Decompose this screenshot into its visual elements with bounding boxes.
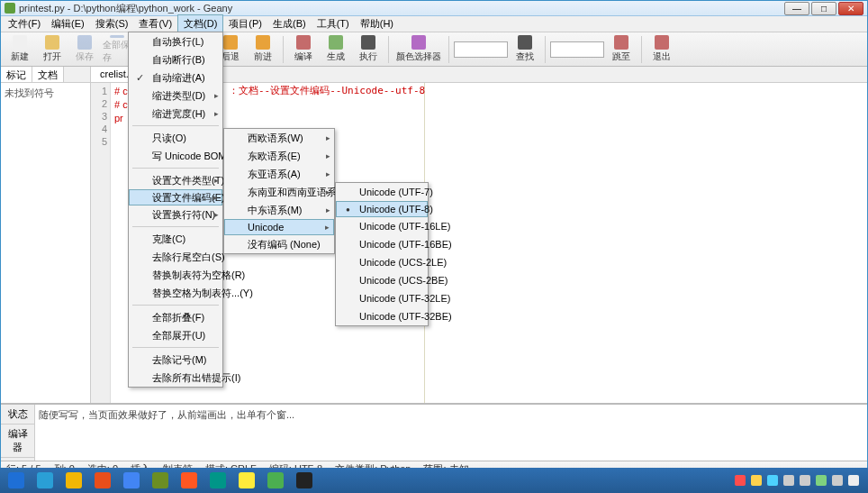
编译-icon <box>296 35 311 50</box>
toolbar-label: 生成 <box>327 50 345 63</box>
tray-icon[interactable] <box>848 475 859 486</box>
menu-item[interactable]: Unicode (UTF-8) <box>336 201 428 217</box>
taskbar-app-icon[interactable] <box>148 470 173 490</box>
menu-7[interactable]: 工具(T) <box>312 15 355 32</box>
tray-icon[interactable] <box>783 475 794 486</box>
sidebar-tab-文档[interactable]: 文档 <box>32 67 64 82</box>
toolbar-退出[interactable]: 退出 <box>646 34 677 65</box>
menu-item[interactable]: Unicode (UTF-16LE) <box>336 217 428 235</box>
menu-item[interactable]: 中东语系(M) <box>224 201 334 219</box>
menu-item[interactable]: Unicode (UTF-7) <box>336 183 428 201</box>
menu-item[interactable]: 缩进宽度(H) <box>129 105 222 123</box>
menu-unicode[interactable]: Unicode (UTF-7)Unicode (UTF-8)Unicode (U… <box>335 182 429 326</box>
menu-item[interactable]: 全部展开(U) <box>129 326 222 344</box>
toolbar-label: 保存 <box>76 50 94 63</box>
taskbar-app-icon[interactable] <box>90 470 115 490</box>
close-button[interactable]: ✕ <box>838 2 863 15</box>
sidebar-tabs[interactable]: 标记文档 <box>1 67 90 83</box>
menu-item[interactable]: 去除所有出错提示(I) <box>129 369 222 387</box>
taskbar-app-icon[interactable] <box>119 470 144 490</box>
menu-item[interactable]: 西欧语系(W) <box>224 129 334 147</box>
toolbar-sep <box>283 36 284 63</box>
bottom-tabs[interactable]: 状态编译器信息 <box>1 405 35 461</box>
app-icon <box>267 472 284 488</box>
toolbar-保存[interactable]: 保存 <box>69 34 100 65</box>
toolbar-前进[interactable]: 前进 <box>248 34 278 65</box>
查找-icon <box>518 35 532 50</box>
menu-item[interactable]: Unicode (UTF-32BE) <box>336 307 428 325</box>
toolbar-查找[interactable]: 查找 <box>510 34 540 65</box>
menu-encoding-groups[interactable]: 西欧语系(W)东欧语系(E)东亚语系(A)东南亚和西南亚语系(S)中东语系(M)… <box>223 128 335 254</box>
menu-item[interactable]: 替换制表符为空格(R) <box>129 266 222 284</box>
toolbar-新建[interactable]: 新建 <box>5 34 35 65</box>
menu-item[interactable]: 设置换行符(N) <box>129 205 222 224</box>
menu-item[interactable]: 写 Unicode BOM (W) <box>129 147 222 165</box>
tray-icon[interactable] <box>832 475 843 486</box>
system-tray[interactable] <box>735 475 864 486</box>
window-title: printest.py - D:\python编程\python_work - … <box>19 2 782 15</box>
sidebar-tab-标记[interactable]: 标记 <box>1 67 32 82</box>
menu-item[interactable]: 自动断行(B) <box>129 50 222 68</box>
taskbar[interactable] <box>0 468 868 493</box>
taskbar-app-icon[interactable] <box>205 470 231 490</box>
menu-item[interactable]: Unicode (UCS-2LE) <box>336 253 428 271</box>
toolbar-颜色选择器[interactable]: 颜色选择器 <box>393 34 444 65</box>
menu-6[interactable]: 生成(B) <box>267 15 312 32</box>
taskbar-app-icon[interactable] <box>61 470 86 490</box>
menu-item[interactable]: 东亚语系(A) <box>224 165 334 183</box>
menu-item[interactable]: 去除行尾空白(S) <box>129 248 222 266</box>
menu-item[interactable]: 只读(O) <box>129 129 222 147</box>
menu-item[interactable]: Unicode (UCS-2BE) <box>336 271 428 289</box>
toolbar-input[interactable] <box>550 41 604 58</box>
执行-icon <box>361 35 375 50</box>
tray-icon[interactable] <box>816 475 827 486</box>
tray-icon[interactable] <box>735 475 746 486</box>
menu-2[interactable]: 搜索(S) <box>90 15 134 32</box>
menu-item[interactable]: 东南亚和西南亚语系(S) <box>224 183 334 201</box>
taskbar-app-icon[interactable] <box>176 470 202 490</box>
menu-item[interactable]: Unicode (UTF-32LE) <box>336 289 428 307</box>
tray-icon[interactable] <box>751 475 762 486</box>
toolbar-sep <box>545 36 546 63</box>
toolbar-跳至[interactable]: 跳至 <box>606 34 637 65</box>
menu-item[interactable]: 替换空格为制表符...(Y) <box>129 284 222 302</box>
menu-item[interactable]: Unicode (UTF-16BE) <box>336 235 428 253</box>
menu-item[interactable]: 没有编码 (None) <box>224 235 334 253</box>
menu-item[interactable]: 全部折叠(F) <box>129 308 222 326</box>
menu-item[interactable]: 东欧语系(E) <box>224 147 334 165</box>
toolbar-执行[interactable]: 执行 <box>353 34 384 65</box>
menu-item[interactable]: 克隆(C) <box>129 230 222 248</box>
taskbar-app-icon[interactable] <box>292 470 317 490</box>
menu-item[interactable]: 缩进类型(D) <box>129 87 222 105</box>
taskbar-app-icon[interactable] <box>234 470 259 490</box>
menu-item[interactable]: Unicode <box>224 219 334 235</box>
menu-5[interactable]: 项目(P) <box>223 15 267 32</box>
menu-item[interactable]: 自动换行(L) <box>129 32 222 50</box>
menu-3[interactable]: 查看(V) <box>133 15 177 32</box>
menu-item[interactable]: 去除记号(M) <box>129 351 222 369</box>
toolbar-打开[interactable]: 打开 <box>37 34 68 65</box>
menu-4[interactable]: 文档(D) <box>177 14 223 33</box>
minimize-button[interactable]: — <box>784 2 809 15</box>
maximize-button[interactable]: □ <box>811 2 836 15</box>
sidebar: 标记文档 未找到符号 <box>1 67 91 403</box>
toolbar-编译[interactable]: 编译 <box>288 34 319 65</box>
menu-document[interactable]: 自动换行(L)自动断行(B)自动缩进(A)缩进类型(D)缩进宽度(H)只读(O)… <box>128 32 223 388</box>
menu-0[interactable]: 文件(F) <box>3 15 46 32</box>
toolbar-label: 退出 <box>653 50 671 63</box>
taskbar-app-icon[interactable] <box>32 470 58 490</box>
menu-1[interactable]: 编辑(E) <box>46 15 90 32</box>
taskbar-app-icon[interactable] <box>4 470 29 490</box>
tray-icon[interactable] <box>767 475 778 486</box>
menu-item[interactable]: 自动缩进(A) <box>129 68 222 87</box>
bottom-tab-编译器[interactable]: 编译器 <box>1 425 34 458</box>
menubar[interactable]: 文件(F)编辑(E)搜索(S)查看(V)文档(D)项目(P)生成(B)工具(T)… <box>1 16 867 32</box>
menu-item[interactable]: 设置文件类型(T) <box>129 171 222 189</box>
menu-item[interactable]: 设置文件编码(E) <box>129 189 222 205</box>
menu-8[interactable]: 帮助(H) <box>355 15 399 32</box>
taskbar-app-icon[interactable] <box>263 470 288 490</box>
bottom-tab-状态[interactable]: 状态 <box>1 405 34 425</box>
toolbar-input[interactable] <box>454 41 508 58</box>
tray-icon[interactable] <box>800 475 810 486</box>
toolbar-生成[interactable]: 生成 <box>321 34 351 65</box>
